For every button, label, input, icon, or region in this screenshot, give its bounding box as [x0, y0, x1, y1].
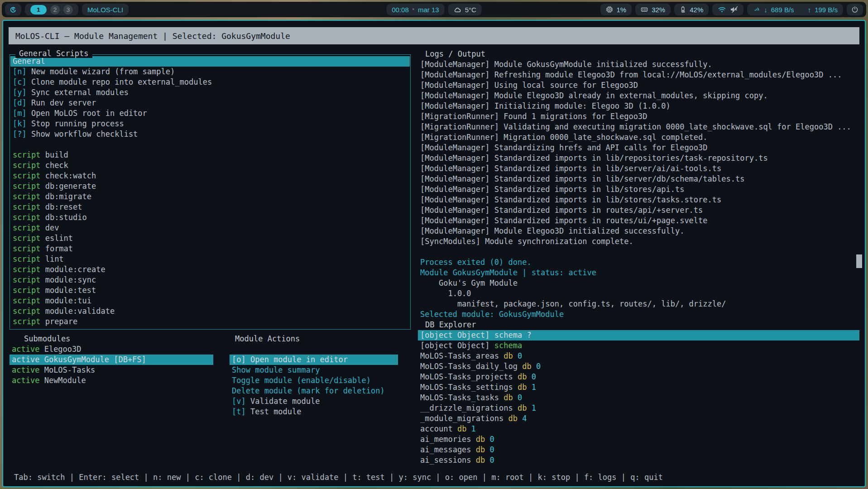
connectivity-module[interactable] — [712, 4, 743, 15]
status-bar-right: 1% 32% 42% — [600, 4, 863, 15]
script-menu-item[interactable]: [d] Run dev server — [10, 98, 410, 108]
script-menu-item[interactable]: script db:migrate — [10, 192, 410, 202]
db-table-row[interactable]: account db 1 — [418, 424, 859, 434]
db-table-row[interactable]: MoLOS-Tasks_tasks db 0 — [418, 393, 859, 403]
status-line[interactable]: Process exited (0) done. — [418, 257, 859, 268]
log-line[interactable]: [MigrationRunner] Migration 0000_late_sh… — [418, 132, 859, 143]
script-menu-item[interactable]: script check:watch — [10, 171, 410, 181]
script-menu-item[interactable]: script eslint — [10, 233, 410, 244]
clock-module[interactable]: 00:08 • mar 13 — [386, 4, 444, 15]
script-menu-item[interactable]: script format — [10, 244, 410, 254]
script-menu-item[interactable]: script db:reset — [10, 202, 410, 212]
db-table-row[interactable]: [object Object] schema — [418, 340, 859, 351]
status-line[interactable]: Selected module: GokusGymModule — [418, 309, 859, 320]
module-action-item[interactable]: Show module summary — [230, 365, 398, 375]
log-line[interactable]: [ModuleManager] Standardized imports in … — [418, 163, 859, 174]
battery-module[interactable]: 42% — [674, 4, 709, 15]
status-line[interactable]: 1.0.0 — [418, 288, 859, 299]
module-action-item[interactable]: [v] Validate module — [230, 396, 398, 407]
submodules-title: Submodules — [10, 334, 213, 344]
script-menu-item[interactable]: script lint — [10, 254, 410, 264]
script-menu-item[interactable]: script dev — [10, 223, 410, 233]
log-line[interactable]: [ModuleManager] Module Elegoo3D already … — [418, 91, 859, 101]
submodule-item[interactable]: active NewModule — [10, 375, 213, 386]
log-line[interactable]: [ModuleManager] Standardized imports in … — [418, 184, 859, 195]
cloud-icon — [454, 6, 461, 13]
module-action-item[interactable]: Delete module (mark for deletion) — [230, 386, 398, 396]
script-menu-item[interactable]: script build — [10, 150, 410, 160]
script-menu-item[interactable]: script module:tui — [10, 296, 410, 306]
db-table-row[interactable]: __drizzle_migrations db 1 — [418, 403, 859, 413]
script-menu-item[interactable]: script db:generate — [10, 181, 410, 192]
weather-module[interactable]: 5°C — [448, 4, 482, 15]
status-line[interactable]: manifest, package.json, config.ts, route… — [418, 299, 859, 309]
script-menu-item[interactable]: [?] Show workflow checklist — [10, 129, 410, 139]
battery-icon — [680, 6, 686, 13]
module-action-item[interactable]: [t] Test module — [230, 407, 398, 417]
script-menu-item[interactable]: script prepare — [10, 316, 410, 327]
db-table-row[interactable]: MoLOS-Tasks_settings db 1 — [418, 382, 859, 393]
db-table-row[interactable]: ai_messages db 0 — [418, 445, 859, 455]
status-line[interactable]: Module GokusGymModule | status: active — [418, 268, 859, 278]
log-line[interactable]: [ModuleManager] Module GokusGymModule in… — [418, 59, 859, 70]
log-line[interactable]: [ModuleManager] Standardized imports in … — [418, 153, 859, 163]
script-menu-item[interactable] — [10, 139, 410, 150]
script-menu-item[interactable]: [y] Sync external modules — [10, 87, 410, 98]
script-menu-item[interactable]: script db:studio — [10, 212, 410, 223]
log-line[interactable]: [ModuleManager] Refreshing module Elegoo… — [418, 70, 859, 80]
power-icon — [851, 6, 858, 13]
status-line[interactable]: Goku's Gym Module — [418, 278, 859, 288]
memory-value: 32% — [652, 6, 665, 14]
db-table-row[interactable]: MoLOS-Tasks_daily_log db 0 — [418, 361, 859, 372]
log-line[interactable]: [SyncModules] Module synchronization com… — [418, 236, 859, 247]
submodule-item[interactable]: active Elegoo3D — [10, 344, 213, 355]
terminal-window: MoLOS-CLI — Module Management | Selected… — [2, 20, 866, 487]
window-title-module[interactable]: MoLOS-CLI — [82, 4, 129, 15]
network-speed-module[interactable]: ↓ 689 B/s ↑ 199 B/s — [747, 4, 843, 15]
db-table-row[interactable]: ai_sessions db 0 — [418, 455, 859, 465]
logs-list: [ModuleManager] Module GokusGymModule in… — [418, 59, 859, 247]
submodule-item[interactable]: active MoLOS-Tasks — [10, 365, 213, 375]
desktop: { "topbar": { "workspaces": [ {"label": … — [0, 0, 868, 489]
log-line[interactable]: [MigrationRunner] Found 1 migrations for… — [418, 111, 859, 122]
log-line[interactable]: [ModuleManager] Using local source for E… — [418, 80, 859, 91]
db-table-row[interactable]: _module_migrations db 4 — [418, 413, 859, 424]
workspace-3[interactable]: 3 — [63, 5, 73, 14]
script-menu-item[interactable]: [k] Stop running process — [10, 119, 410, 129]
distro-logo[interactable] — [5, 4, 21, 15]
module-action-item[interactable]: Toggle module (enable/disable) — [230, 375, 398, 386]
log-line[interactable]: [ModuleManager] Standardizing hrefs and … — [418, 143, 859, 153]
db-table-row[interactable]: [object Object] schema ? — [418, 330, 859, 340]
right-column: Logs / Output [ModuleManager] Module Gok… — [418, 49, 859, 465]
db-table-row[interactable]: MoLOS-Tasks_areas db 0 — [418, 351, 859, 361]
workspace-1[interactable]: 1 — [30, 5, 47, 14]
script-menu-item[interactable]: [c] Clone module repo into external_modu… — [10, 77, 410, 87]
log-line[interactable]: [ModuleManager] Standardized imports in … — [418, 174, 859, 184]
script-menu-item[interactable]: script module:test — [10, 285, 410, 296]
script-menu-item[interactable]: [m] Open MoLOS root in editor — [10, 108, 410, 119]
submodules-list: active Elegoo3Dactive GokusGymModule [DB… — [10, 344, 213, 386]
log-line[interactable]: [MigrationRunner] Validating and executi… — [418, 122, 859, 132]
log-line[interactable]: [ModuleManager] Standardized imports in … — [418, 205, 859, 216]
script-menu-item[interactable]: script module:sync — [10, 275, 410, 285]
script-menu-item[interactable]: script check — [10, 160, 410, 171]
logs-scrollbar-thumb[interactable] — [856, 254, 862, 268]
workspace-2[interactable]: 2 — [50, 5, 60, 14]
log-line[interactable]: [ModuleManager] Standardized imports in … — [418, 216, 859, 226]
script-menu-item[interactable]: [n] New module wizard (from sample) — [10, 67, 410, 77]
db-table-row[interactable]: MoLOS-Tasks_projects db 0 — [418, 372, 859, 382]
power-module[interactable] — [847, 4, 863, 15]
db-table-row[interactable]: ai_memories db 0 — [418, 434, 859, 445]
submodule-item[interactable]: active GokusGymModule [DB+FS] — [10, 355, 213, 365]
memory-module[interactable]: 32% — [635, 4, 671, 15]
script-menu-item[interactable]: script module:create — [10, 264, 410, 275]
log-line[interactable]: [ModuleManager] Initializing module: Ele… — [418, 101, 859, 111]
module-action-item[interactable]: [o] Open module in editor — [230, 355, 398, 365]
clock-time: 00:08 — [392, 6, 409, 14]
cpu-module[interactable]: 1% — [600, 4, 632, 15]
script-menu-item[interactable]: script module:validate — [10, 306, 410, 316]
log-line[interactable]: [ModuleManager] Standardized imports in … — [418, 195, 859, 205]
log-line[interactable]: [ModuleManager] Module Elegoo3D initiali… — [418, 226, 859, 236]
module-action-item[interactable] — [230, 344, 398, 355]
logs-title: Logs / Output — [418, 49, 859, 59]
